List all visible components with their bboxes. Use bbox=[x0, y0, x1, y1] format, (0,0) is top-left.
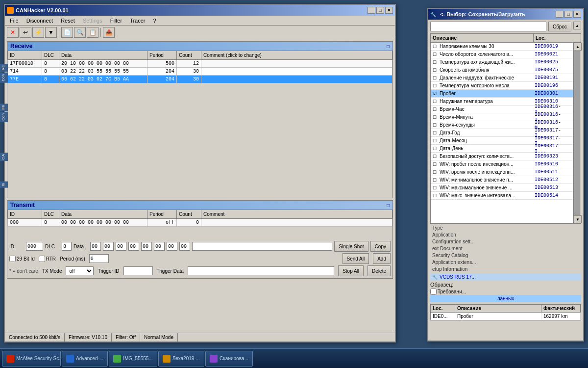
receive-table-row[interactable]: 714 8 03 22 22 03 55 55 55 55 204 30 bbox=[8, 68, 392, 76]
tx-data-1[interactable] bbox=[103, 242, 114, 251]
list-item[interactable]: ☐ Давление наддува: фактическое IDE00191 bbox=[431, 74, 573, 82]
scroll-up-arrow[interactable]: ▲ bbox=[573, 22, 581, 29]
list-scrollbar[interactable]: ▲ ▼ bbox=[573, 42, 581, 224]
list-item-check-14[interactable]: ☐ bbox=[431, 153, 439, 160]
tx-data-3[interactable] bbox=[128, 242, 139, 251]
list-item[interactable]: ☐ Дата-День IDE00317-I... bbox=[431, 145, 573, 153]
list-item-check-5[interactable]: ☐ bbox=[431, 82, 439, 90]
save-load-minimize[interactable]: _ bbox=[556, 11, 564, 18]
taskbar-item-lekha[interactable]: Леха2019-... bbox=[158, 351, 204, 367]
menu-settings[interactable]: Settings bbox=[80, 17, 105, 25]
maximize-button[interactable]: □ bbox=[376, 7, 384, 14]
tx-data-0[interactable] bbox=[90, 242, 101, 251]
list-item[interactable]: ☐ Температура охлаждающей жи... IDE00025 bbox=[431, 58, 573, 66]
list-item-check-13[interactable]: ☐ bbox=[431, 145, 439, 153]
tx-data-4[interactable] bbox=[141, 242, 152, 251]
toolbar-stop-btn[interactable]: ✕ bbox=[7, 27, 19, 38]
list-item-check-11[interactable]: ☐ bbox=[431, 129, 439, 137]
menu-disconnect[interactable]: Disconnect bbox=[24, 17, 56, 25]
tx-rtr-checkbox[interactable] bbox=[39, 256, 45, 262]
add-button[interactable]: Add bbox=[373, 253, 391, 264]
list-item[interactable]: ☐ WIV: пробег после инспекцион... IDE005… bbox=[431, 160, 573, 168]
taskbar-item-img[interactable]: IMG_55555... bbox=[109, 351, 157, 367]
list-scroll-down[interactable]: ▼ bbox=[574, 215, 582, 223]
list-item-check-0[interactable]: ☐ bbox=[431, 43, 439, 51]
requirements-checkbox[interactable] bbox=[430, 289, 437, 295]
menu-filter[interactable]: Filter bbox=[107, 17, 125, 25]
toolbar-export-btn[interactable]: 📤 bbox=[103, 27, 115, 38]
tx-data-2[interactable] bbox=[116, 242, 126, 251]
list-item[interactable]: ☐ WIV: время после инспекционн... IDE005… bbox=[431, 168, 573, 176]
tx-data-7[interactable] bbox=[179, 242, 190, 251]
search-input[interactable] bbox=[430, 22, 546, 31]
tx-data-6[interactable] bbox=[167, 242, 177, 251]
menu-tracer[interactable]: Tracer bbox=[127, 17, 148, 25]
minimize-button[interactable]: _ bbox=[368, 7, 375, 14]
receive-maximize-btn[interactable]: □ bbox=[387, 44, 390, 49]
list-item-check-4[interactable]: ☐ bbox=[431, 74, 439, 82]
taskbar-item-advanced[interactable]: Advanced-... bbox=[62, 351, 108, 367]
list-item[interactable]: ☐ Число оборотов коленчатого в... IDE000… bbox=[431, 51, 573, 58]
toolbar-filter-btn[interactable]: ▼ bbox=[45, 27, 57, 38]
receive-table-row[interactable]: 17F00010 8 20 10 00 00 00 00 00 80 500 1… bbox=[8, 60, 392, 68]
trigger-data-input[interactable] bbox=[188, 266, 334, 275]
list-item-check-1[interactable]: ☐ bbox=[431, 51, 439, 58]
scroll-thumb[interactable] bbox=[574, 51, 580, 215]
list-item-check-7[interactable]: ☐ bbox=[431, 98, 439, 105]
list-scroll-up[interactable]: ▲ bbox=[574, 43, 582, 51]
list-item-check-8[interactable]: ☐ bbox=[431, 105, 439, 113]
list-item-check-19[interactable]: ☐ bbox=[431, 192, 439, 200]
list-item-check-15[interactable]: ☐ bbox=[431, 160, 439, 168]
menu-help[interactable]: ? bbox=[150, 17, 159, 25]
list-item[interactable]: ☐ WIV: максимальное значение ... IDE0051… bbox=[431, 184, 573, 192]
receive-table-container[interactable]: ID DLC Data Period Count Comment (click … bbox=[7, 51, 392, 198]
list-item-check-9[interactable]: ☐ bbox=[431, 113, 439, 121]
transmit-maximize-btn[interactable]: □ bbox=[387, 203, 390, 208]
list-item[interactable]: ☐ Скорость автомобиля IDE00075 bbox=[431, 66, 573, 74]
list-item-check-17[interactable]: ☐ bbox=[431, 176, 439, 184]
tx-data-5[interactable] bbox=[154, 242, 165, 251]
trigger-id-input[interactable] bbox=[123, 266, 153, 275]
list-item-check-12[interactable]: ☐ bbox=[431, 137, 439, 145]
lannykh-bar[interactable]: ланных bbox=[430, 295, 581, 302]
copy-button[interactable]: Copy bbox=[370, 241, 391, 252]
transmit-table-container[interactable]: ID DLC Data Period Count Comment 000 8 0… bbox=[7, 210, 392, 239]
receive-table-row[interactable]: 77E 8 06 62 22 03 02 7C B5 AA 204 30 bbox=[8, 76, 392, 83]
tx-29bit-checkbox[interactable] bbox=[9, 256, 16, 262]
list-item[interactable]: ☐ Напряжение клеммы 30 IDE00019 bbox=[431, 43, 573, 51]
list-item[interactable]: ☐ WIV: макс. значение интервала... IDE00… bbox=[431, 192, 573, 200]
toolbar-search-btn[interactable]: 🔍 bbox=[74, 27, 86, 38]
list-item-check-10[interactable]: ☐ bbox=[431, 121, 439, 129]
list-item[interactable]: ☑ Пробег IDE00301 bbox=[431, 90, 573, 98]
tx-dlc-input[interactable] bbox=[62, 242, 72, 251]
list-scroll[interactable]: ☐ Напряжение клеммы 30 IDE00019 ☐ Число … bbox=[430, 42, 573, 224]
list-item[interactable]: ☐ Безопасный доступ: количеств... IDE003… bbox=[431, 153, 573, 160]
vcds-link[interactable]: VCDS RUS 17... bbox=[440, 274, 476, 280]
list-item-check-6[interactable]: ☑ bbox=[431, 90, 439, 98]
list-item[interactable]: ☐ Температура моторного масла IDE00196 bbox=[431, 82, 573, 90]
tx-rtr-label[interactable]: RTR bbox=[39, 256, 56, 262]
transmit-table-row[interactable]: 000 8 00 00 00 00 00 00 00 00 off 0 bbox=[8, 219, 392, 227]
list-item-check-3[interactable]: ☐ bbox=[431, 66, 439, 74]
save-load-maximize[interactable]: □ bbox=[564, 11, 572, 18]
toolbar-copy-btn[interactable]: 📋 bbox=[87, 27, 98, 38]
menu-file[interactable]: File bbox=[7, 17, 22, 25]
toolbar-new-btn[interactable]: 📄 bbox=[61, 27, 73, 38]
delete-button[interactable]: Delete bbox=[368, 265, 391, 276]
menu-reset[interactable]: Reset bbox=[58, 17, 78, 25]
reset-button[interactable]: Сброс bbox=[548, 22, 571, 31]
taskbar-item-scan[interactable]: Сканирова... bbox=[205, 351, 253, 367]
list-item-check-16[interactable]: ☐ bbox=[431, 168, 439, 176]
close-button[interactable]: ✕ bbox=[385, 7, 393, 14]
list-item-check-2[interactable]: ☐ bbox=[431, 58, 439, 66]
toolbar-undo-btn[interactable]: ↩ bbox=[20, 27, 31, 38]
taskbar-item-mcafee[interactable]: McAfee Security Sc... bbox=[2, 351, 61, 367]
send-all-button[interactable]: Send All bbox=[343, 253, 369, 264]
tx-id-input[interactable] bbox=[26, 242, 43, 251]
list-item[interactable]: ☐ WIV: минимальное значение п... IDE0051… bbox=[431, 176, 573, 184]
toolbar-lightning-btn[interactable]: ⚡ bbox=[32, 27, 44, 38]
tx-comment-input[interactable] bbox=[192, 242, 332, 251]
tx-29bit-label[interactable]: 29 Bit Id bbox=[9, 256, 35, 262]
list-item-check-18[interactable]: ☐ bbox=[431, 184, 439, 192]
tx-period-input[interactable] bbox=[89, 254, 109, 263]
